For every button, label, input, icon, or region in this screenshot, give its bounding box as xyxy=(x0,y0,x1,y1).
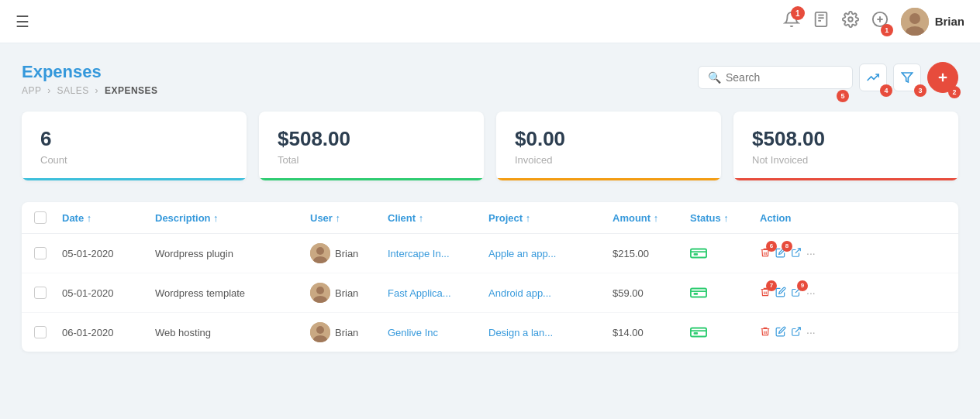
search-box: 🔍 5 xyxy=(698,66,853,89)
svg-point-30 xyxy=(316,326,324,334)
th-amount[interactable]: Amount ↑ xyxy=(612,211,690,224)
th-checkbox xyxy=(34,211,62,224)
search-badge: 5 xyxy=(837,90,849,102)
svg-point-10 xyxy=(909,13,920,24)
row3-check[interactable] xyxy=(34,326,47,338)
row3-avatar xyxy=(310,322,330,342)
svg-marker-12 xyxy=(902,73,912,82)
trend-button[interactable]: 4 xyxy=(859,64,887,91)
topnav-right: 1 1 xyxy=(783,8,964,36)
row2-edit-icon[interactable] xyxy=(775,287,786,300)
row3-export-icon[interactable] xyxy=(791,326,802,339)
th-client[interactable]: Client ↑ xyxy=(388,211,488,224)
svg-rect-27 xyxy=(694,293,699,295)
th-project[interactable]: Project ↑ xyxy=(488,211,612,224)
total-bar xyxy=(259,178,484,180)
row1-client[interactable]: Intercape In... xyxy=(388,248,488,259)
svg-point-23 xyxy=(316,287,324,294)
th-date[interactable]: Date ↑ xyxy=(62,211,155,224)
summary-card-count: 6 Count xyxy=(22,112,247,180)
settings-icon[interactable] xyxy=(842,11,859,32)
select-all-checkbox[interactable] xyxy=(34,211,47,224)
row1-project[interactable]: Apple an app... xyxy=(488,248,612,259)
row1-user: Brian xyxy=(310,243,388,263)
user-profile[interactable]: Brian xyxy=(901,8,964,36)
row2-user-cell: Brian xyxy=(310,283,358,303)
count-value: 6 xyxy=(40,127,228,151)
row2-description: Wordpress template xyxy=(155,287,310,299)
row1-status xyxy=(690,246,760,260)
row2-user: Brian xyxy=(310,283,388,303)
svg-rect-34 xyxy=(694,332,699,335)
breadcrumb-app: APP xyxy=(22,85,41,96)
invoiced-value: $0.00 xyxy=(515,127,702,151)
table-header: Date ↑ Description ↑ User ↑ Client ↑ Pro… xyxy=(22,202,958,234)
row1-check[interactable] xyxy=(34,247,47,259)
row2-date: 05-01-2020 xyxy=(62,287,155,299)
invoiced-label: Invoiced xyxy=(515,154,702,166)
row2-amount: $59.00 xyxy=(612,287,690,299)
breadcrumb-expenses: EXPENSES xyxy=(105,85,158,96)
svg-rect-18 xyxy=(691,249,706,258)
row1-avatar xyxy=(310,243,330,263)
add-button[interactable]: 2 xyxy=(927,62,958,93)
notebook-icon[interactable] xyxy=(813,11,830,32)
row2-project[interactable]: Android app... xyxy=(488,287,612,299)
th-description[interactable]: Description ↑ xyxy=(155,211,310,224)
search-input[interactable] xyxy=(726,71,843,84)
row3-status xyxy=(690,325,760,339)
row2-checkbox xyxy=(34,287,62,299)
notifications-badge: 1 xyxy=(791,6,805,20)
row2-check[interactable] xyxy=(34,287,47,299)
not-invoiced-bar xyxy=(733,178,958,180)
row1-action-icons: 6 8 xyxy=(760,247,816,260)
row2-actions: 7 9 xyxy=(760,287,837,300)
circle-plus-icon[interactable]: 1 xyxy=(871,11,889,32)
row2-action-icons: 7 9 xyxy=(760,287,816,300)
row2-delete-icon[interactable]: 7 xyxy=(760,287,771,300)
notifications-icon[interactable]: 1 xyxy=(783,11,800,32)
menu-icon[interactable]: ☰ xyxy=(16,12,29,31)
search-icon: 🔍 xyxy=(708,71,721,84)
row3-client[interactable]: Genlive Inc xyxy=(388,327,488,338)
table-row: 05-01-2020 Wordpress template Brian Fast… xyxy=(22,273,958,313)
not-invoiced-value: $508.00 xyxy=(752,127,940,151)
row1-export-icon[interactable] xyxy=(791,247,802,260)
row3-edit-icon[interactable] xyxy=(775,326,786,339)
row2-client[interactable]: Fast Applica... xyxy=(388,287,488,299)
filter-button[interactable]: 3 xyxy=(893,64,921,91)
breadcrumb: APP › SALES › EXPENSES xyxy=(22,85,158,96)
row1-actions: 6 8 xyxy=(760,247,837,260)
row3-more-icon[interactable]: ··· xyxy=(806,326,816,338)
circle-plus-badge: 1 xyxy=(881,24,893,36)
th-status[interactable]: Status ↑ xyxy=(690,211,760,224)
count-bar xyxy=(22,178,247,180)
breadcrumb-sales: SALES xyxy=(57,85,88,96)
row3-user: Brian xyxy=(310,322,388,342)
total-value: $508.00 xyxy=(278,127,465,151)
row3-actions: ··· xyxy=(760,326,837,339)
row2-export-icon[interactable]: 9 xyxy=(791,287,802,300)
trend-badge: 4 xyxy=(880,84,892,97)
row3-project[interactable]: Design a lan... xyxy=(488,327,612,338)
page-title-section: Expenses APP › SALES › EXPENSES xyxy=(22,62,158,96)
summary-cards: 6 Count $508.00 Total $0.00 Invoiced $50… xyxy=(22,112,958,180)
table-row: 05-01-2020 Wordpress plugin Brian Interc… xyxy=(22,234,958,273)
row2-more-icon[interactable]: ··· xyxy=(806,287,816,299)
summary-card-total: $508.00 Total xyxy=(259,112,484,180)
row1-amount: $215.00 xyxy=(612,248,690,259)
svg-line-35 xyxy=(795,327,800,331)
th-user[interactable]: User ↑ xyxy=(310,211,388,224)
row3-user-cell: Brian xyxy=(310,322,358,342)
row1-more-icon[interactable]: ··· xyxy=(806,247,816,259)
filter-badge: 3 xyxy=(914,84,927,97)
row3-delete-icon[interactable] xyxy=(760,326,771,339)
page-header: Expenses APP › SALES › EXPENSES 🔍 5 xyxy=(22,62,958,96)
th-action: Action xyxy=(760,211,837,224)
row1-checkbox xyxy=(34,247,62,259)
svg-rect-20 xyxy=(694,253,699,256)
svg-rect-1 xyxy=(815,12,826,26)
row1-edit-icon[interactable]: 8 xyxy=(775,247,786,260)
row3-amount: $14.00 xyxy=(612,327,690,338)
row1-delete-icon[interactable]: 6 xyxy=(760,247,771,260)
